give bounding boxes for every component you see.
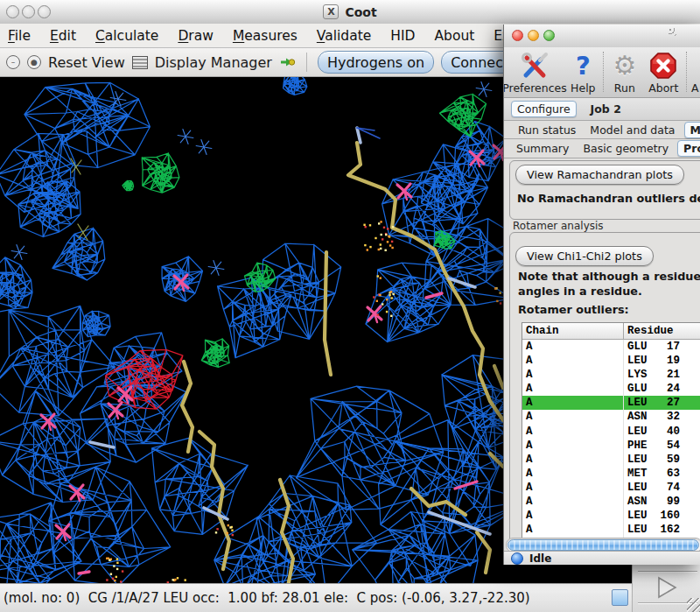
table-header[interactable]: Chain Residue [522,323,700,340]
help-button[interactable]: ? Help [565,50,601,95]
main-statusbar: (mol. no: 0) CG /1/A/27 LEU occ: 1.00 bf… [0,583,700,612]
go-arrow-icon[interactable] [279,56,296,68]
toolbar-separator [306,53,307,72]
abort-octagon-icon [649,50,677,81]
molprobity-dialog: Preferences ? Help ⚙ Run [503,25,700,565]
tab-configure[interactable]: Configure [511,101,577,117]
menu-item-edit[interactable]: Edit [50,28,76,44]
run-label: Run [614,81,635,95]
column-header-residue[interactable]: Residue [623,323,700,339]
table-body: AGLU 17ALEU 19ALYS 21AGLU 24ALEU 27AASN … [522,340,700,541]
hydrogens-toggle-button[interactable]: Hydrogens on [318,51,434,74]
x11-icon: X [323,4,339,19]
view-ramachandran-plots-button[interactable]: View Ramachandran plots [515,165,684,185]
dialog-minimize-button[interactable] [528,30,539,41]
window-title-group: X Coot [323,4,376,19]
notebook-tabs-categories: SummaryBasic geometryProteinCl [504,139,700,158]
menu-item-file[interactable]: File [8,28,31,44]
view-chi-plots-button[interactable]: View Chi1-Chi2 plots [515,246,654,266]
ramachandran-status-text: No Ramachandran outliers detecte [517,192,700,205]
dialog-statusbar: Idle [504,551,700,565]
coot-application-window: X Coot FileEditCalculateDrawMeasuresVali… [0,0,700,612]
protein-tab-content: View Ramachandran plots No Ramachandran … [504,158,700,551]
toolbar-separator [686,52,688,92]
scrollbar-thumb[interactable] [508,539,699,551]
table-row[interactable]: ALEU 160 [522,509,700,523]
rotamer-note-line2: angles in a residue. [518,285,642,298]
rotamer-outliers-table: Chain Residue AGLU 17ALEU 19ALYS 21AGLU … [522,322,700,542]
table-row[interactable]: AASN 32 [522,410,700,424]
status-indicator-dot [511,552,523,565]
preferences-button[interactable]: Preferences [504,50,565,95]
notebook-tabs-results: Run statusModel and dataMolProbit [504,121,700,139]
dialog-drag-grip [668,28,676,36]
ridge-line [638,571,697,573]
abort-label: Abort [648,81,678,95]
dialog-titlebar[interactable] [504,25,700,48]
run-gear-icon: ⚙ [612,50,636,81]
clipped-toolbar-button[interactable]: A [689,50,700,95]
table-row[interactable]: ALEU 59 [522,453,700,467]
dialog-toolbar: Preferences ? Help ⚙ Run [504,47,700,98]
rotamer-outliers-label: Rotamer outliers: [518,303,629,316]
tab-job-2[interactable]: Job 2 [585,102,626,116]
clipped-label: A [691,81,699,95]
table-row[interactable]: ALEU 74 [522,481,700,495]
menu-item-about[interactable]: About [434,28,474,44]
tab-basic-geometry[interactable]: Basic geometry [578,141,674,156]
tab-run-status[interactable]: Run status [513,123,581,137]
notebook-tabs-jobs: ConfigureJob 2 [504,98,700,121]
menu-item-draw[interactable]: Draw [178,28,214,44]
help-label: Help [570,81,596,95]
display-manager-button[interactable]: Display Manager [155,54,272,71]
status-scroll-widget[interactable] [612,589,628,606]
table-row[interactable]: ALYS 21 [522,368,700,382]
table-row[interactable]: ALEU 40 [522,425,700,439]
table-row[interactable]: APHE 54 [522,439,700,453]
toolbar-separator [603,52,605,92]
abort-button[interactable]: Abort [643,50,683,95]
table-row[interactable]: ALEU 27 [522,396,700,410]
display-manager-icon[interactable] [132,56,148,69]
rotamer-frame-label: Rotamer analysis [513,220,604,232]
table-row[interactable]: ALEU 162 [522,523,700,537]
tab-model-and-data[interactable]: Model and data [584,123,680,137]
menu-item-measures[interactable]: Measures [233,28,298,44]
zoom-minus-icon[interactable]: – [6,55,20,69]
column-header-chain[interactable]: Chain [522,325,623,337]
reset-view-button[interactable]: Reset View [48,54,125,71]
resize-grip[interactable] [687,598,700,612]
dialog-status-text: Idle [529,552,551,565]
window-minimize-button[interactable] [22,5,35,18]
menu-item-hid[interactable]: HID [390,28,415,44]
atom-status-text: (mol. no: 0) CG /1/A/27 LEU occ: 1.00 bf… [4,590,530,606]
corner-panel [632,565,700,612]
preferences-label: Preferences [503,81,567,95]
main-titlebar[interactable]: X Coot [0,0,700,25]
tab-protein[interactable]: Protein [677,140,700,157]
expander-triangle-icon[interactable] [652,575,682,600]
menu-item-validate[interactable]: Validate [317,28,371,44]
menu-item-calculate[interactable]: Calculate [95,28,158,44]
tab-molprobit[interactable]: MolProbit [684,122,700,138]
table-row[interactable]: ALEU 19 [522,354,700,368]
preferences-tools-icon [520,50,550,81]
table-row[interactable]: AMET 63 [522,467,700,481]
zoom-dot-icon[interactable]: ● [27,55,41,69]
rotamer-note-line1: Note that although a residue may lie [518,270,700,283]
dialog-close-button[interactable] [512,30,523,41]
table-row[interactable]: AGLU 17 [522,340,700,354]
window-zoom-button[interactable] [38,5,51,18]
window-close-button[interactable] [6,5,19,18]
table-row[interactable]: AASN 99 [522,495,700,509]
dialog-zoom-button[interactable] [543,30,555,41]
window-title: Coot [345,5,376,19]
help-question-icon: ? [576,50,591,81]
table-row[interactable]: AGLU 24 [522,382,700,396]
tab-summary[interactable]: Summary [511,141,574,156]
run-button[interactable]: ⚙ Run [606,50,644,95]
